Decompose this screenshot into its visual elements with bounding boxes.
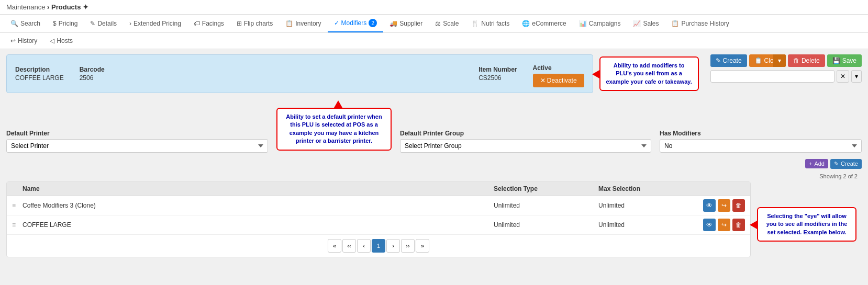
tab-scale[interactable]: ⚖ Scale [429, 16, 465, 31]
edit-button-1[interactable]: ↪ [718, 199, 730, 212]
add-modifier-button[interactable]: + Add [805, 159, 828, 168]
scale-icon: ⚖ [435, 20, 441, 27]
item-number-label: Item Number [478, 66, 517, 73]
first-page-button2[interactable]: ‹‹ [342, 239, 356, 253]
share-icon: ◁ [50, 37, 54, 44]
breadcrumb-separator: › [47, 3, 51, 11]
search-icon: 🔍 [10, 20, 18, 27]
modifiers-table: Name Selection Type Max Selection ≡ Coff… [6, 181, 751, 257]
history-icon: 📋 [671, 20, 679, 27]
save-icon: 💾 [832, 57, 840, 64]
default-printer-group-label: Default Printer Group [400, 130, 651, 137]
tab-history[interactable]: ↩ History [4, 33, 43, 49]
deactivate-button[interactable]: ✕ Deactivate [533, 74, 584, 87]
search-clear-button[interactable]: ✕ [837, 70, 849, 83]
callout-eye: Selecting the "eye" will allow you to se… [757, 207, 856, 242]
tab-extended-pricing[interactable]: › Extended Pricing [123, 16, 187, 31]
printer-group-select[interactable]: Select Printer Group [400, 139, 651, 153]
drag-handle[interactable]: ≡ [12, 221, 23, 229]
fork-icon: 🍴 [471, 20, 479, 27]
product-header: Description COFFEE LARGE Barcode 2506 It… [6, 54, 593, 93]
product-search-input[interactable] [710, 70, 834, 83]
drag-handle[interactable]: ≡ [12, 202, 23, 209]
edit-icon: ✎ [90, 20, 95, 27]
default-printer-group-field: Default Printer Group Select Printer Gro… [400, 130, 651, 153]
has-modifiers-select[interactable]: No Yes [660, 139, 862, 153]
last-page-button[interactable]: » [416, 239, 429, 253]
description-label: Description [15, 66, 64, 73]
sales-icon: 📈 [633, 20, 641, 27]
grid-icon: ⊞ [237, 20, 242, 27]
callout-printer-arrow [334, 100, 342, 108]
row-selection-2: Unlimited [494, 221, 598, 229]
clone-dropdown-arrow[interactable]: ▾ [773, 54, 786, 67]
tab-inventory[interactable]: 📋 Inventory [279, 16, 327, 31]
current-page-button[interactable]: 1 [372, 239, 385, 253]
tabs-row2: ↩ History ◁ Hosts [0, 33, 868, 49]
campaigns-icon: 📊 [579, 20, 587, 27]
tab-ecommerce[interactable]: 🌐 eCommerce [516, 16, 572, 31]
tab-modifiers[interactable]: ✓ Modifiers 2 [328, 15, 384, 32]
tab-flip-charts[interactable]: ⊞ Flip charts [230, 16, 279, 31]
action-buttons-area: ✎ Create 📋 Clone ▾ 🗑 Delete 💾 Save [710, 54, 862, 99]
barcode-value: 2506 [80, 74, 94, 82]
tabs-row1: 🔍 Search $ Pricing ✎ Details › Extended … [0, 15, 868, 33]
save-button[interactable]: 💾 Save [827, 54, 862, 67]
row-selection-1: Unlimited [494, 202, 598, 209]
tab-purchase-history[interactable]: 📋 Purchase History [665, 16, 735, 31]
table-row: ≡ COFFEE LARGE Unlimited Unlimited 👁 ↪ 🗑 [7, 215, 750, 235]
product-item-number-field: Item Number CS2506 [478, 66, 517, 82]
content-area: Description COFFEE LARGE Barcode 2506 It… [0, 49, 868, 263]
delete-button-2[interactable]: 🗑 [732, 219, 745, 231]
callout-arrow [592, 70, 599, 78]
dollar-icon: $ [53, 20, 57, 27]
showing-text: Showing 2 of 2 [6, 171, 862, 181]
create-modifier-button[interactable]: ✎ Create [830, 159, 862, 169]
next-page-button[interactable]: › [386, 239, 400, 253]
check-icon: ✓ [334, 19, 339, 27]
printer-select[interactable]: Select Printer [6, 139, 268, 153]
has-modifiers-field: Has Modifiers No Yes [660, 130, 862, 153]
row-actions-1: 👁 ↪ 🗑 [703, 199, 745, 212]
table-header-row: Name Selection Type Max Selection [7, 182, 750, 196]
col-drag-header [12, 185, 23, 192]
breadcrumb-parent[interactable]: Maintenance [6, 3, 45, 11]
create-button[interactable]: ✎ Create [710, 54, 747, 67]
tab-search[interactable]: 🔍 Search [4, 16, 47, 31]
product-barcode-field: Barcode 2506 [80, 66, 105, 82]
col-name-header: Name [23, 185, 494, 192]
tab-hosts[interactable]: ◁ Hosts [43, 33, 79, 49]
active-section: Active ✕ Deactivate [533, 64, 584, 87]
tab-sales[interactable]: 📈 Sales [627, 16, 665, 31]
first-page-button[interactable]: « [328, 239, 341, 253]
callout-eye-arrow [750, 221, 757, 229]
tab-pricing[interactable]: $ Pricing [47, 16, 84, 31]
tab-campaigns[interactable]: 📊 Campaigns [573, 16, 627, 31]
pagination: « ‹‹ ‹ 1 › ›› » [7, 235, 750, 257]
tab-supplier[interactable]: 🚚 Supplier [383, 16, 429, 31]
search-dropdown-button[interactable]: ▾ [851, 70, 862, 83]
delete-button-1[interactable]: 🗑 [732, 199, 745, 212]
delete-button[interactable]: 🗑 Delete [788, 54, 825, 67]
col-selection-header: Selection Type [494, 185, 598, 192]
active-label: Active [533, 64, 584, 72]
callout-printer: Ability to set a default printer when th… [276, 108, 392, 151]
undo-icon: ↩ [10, 37, 16, 44]
has-modifiers-label: Has Modifiers [660, 130, 862, 137]
prev-page-button[interactable]: ‹ [357, 239, 371, 253]
edit-button-2[interactable]: ↪ [718, 219, 730, 231]
tab-nutri-facts[interactable]: 🍴 Nutri facts [465, 16, 516, 31]
plus-icon: + [809, 161, 812, 167]
modifiers-badge: 2 [369, 19, 377, 27]
row-name-1: Coffee Modifiers 3 (Clone) [23, 202, 494, 209]
view-button-1[interactable]: 👁 [703, 199, 716, 212]
table-row: ≡ Coffee Modifiers 3 (Clone) Unlimited U… [7, 196, 750, 215]
clone-dropdown[interactable]: 📋 Clone ▾ [749, 54, 786, 67]
tab-details[interactable]: ✎ Details [84, 16, 123, 31]
col-max-header: Max Selection [598, 185, 703, 192]
last-page-button2[interactable]: ›› [401, 239, 415, 253]
breadcrumb: Maintenance › Products ✦ [0, 0, 868, 15]
tab-facings[interactable]: 🏷 Facings [187, 16, 230, 31]
description-value: COFFEE LARGE [15, 74, 64, 82]
view-button-2[interactable]: 👁 [703, 219, 716, 231]
